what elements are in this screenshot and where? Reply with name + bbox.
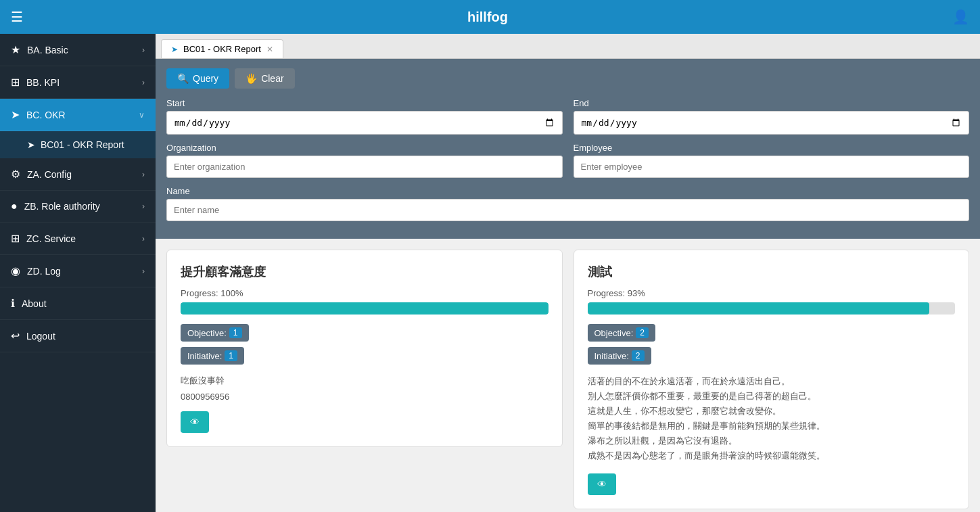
- end-label: End: [574, 98, 970, 108]
- star-icon: ★: [11, 43, 20, 56]
- sidebar-item-ba-basic[interactable]: ★ BA. Basic ›: [0, 34, 156, 66]
- hamburger-icon[interactable]: ☰: [11, 9, 23, 25]
- cards-area: 提升顧客滿意度 Progress: 100% Objective: 1 Init…: [156, 239, 980, 512]
- app-title: hillfog: [467, 9, 508, 25]
- name-label: Name: [166, 186, 969, 196]
- chevron-right-icon: ›: [142, 45, 145, 55]
- sidebar-item-bb-kpi[interactable]: ⊞ BB. KPI ›: [0, 66, 156, 99]
- card-2-progress-fill: [588, 302, 929, 315]
- tab-bc01-okr-report[interactable]: ➤ BC01 - OKR Report ✕: [161, 39, 283, 58]
- card-1-objective-label: Objective:: [187, 328, 227, 338]
- start-field: Start: [166, 98, 563, 135]
- name-row: Name: [166, 186, 969, 221]
- sidebar-label-za-config: ZA. Config: [27, 169, 72, 180]
- card-1-view-button[interactable]: 👁: [181, 411, 209, 433]
- clear-icon: 🖐: [246, 73, 257, 84]
- sidebar-sub-item-bc01[interactable]: ➤ BC01 - OKR Report: [0, 131, 156, 158]
- date-row: Start End: [166, 98, 969, 135]
- sidebar-label-zc-service: ZC. Service: [26, 233, 76, 244]
- log-icon: ◉: [11, 264, 20, 277]
- card-2-progress-bar: [588, 302, 956, 315]
- name-field: Name: [166, 186, 969, 221]
- chevron-right-icon: ›: [142, 170, 145, 179]
- organization-label: Organization: [166, 143, 563, 153]
- sidebar-label-bb-kpi: BB. KPI: [26, 77, 60, 88]
- card-1-progress-bar: [181, 302, 549, 315]
- query-buttons: 🔍 Query 🖐 Clear: [166, 68, 969, 89]
- card-2-badges: Objective: 2 Initiative: 2: [588, 324, 956, 365]
- card-2-initiative-badge: Initiative: 2: [588, 347, 651, 365]
- tab-close-button[interactable]: ✕: [266, 45, 273, 54]
- card-2-view-button[interactable]: 👁: [588, 473, 616, 495]
- sidebar-label-ba-basic: BA. Basic: [27, 45, 68, 55]
- sidebar-label-about: About: [22, 298, 47, 309]
- employee-field: Employee: [574, 143, 970, 178]
- employee-input[interactable]: [574, 156, 970, 178]
- card-1-objective-count: 1: [229, 327, 242, 338]
- sub-arrow-icon: ➤: [27, 139, 35, 150]
- start-label: Start: [166, 98, 563, 108]
- sidebar-item-za-config[interactable]: ⚙ ZA. Config ›: [0, 158, 156, 191]
- sidebar-label-logout: Logout: [26, 331, 55, 342]
- card-1-title: 提升顧客滿意度: [181, 264, 549, 280]
- card-1-initiative-badge: Initiative: 1: [181, 347, 244, 365]
- card-1-initiative-count: 1: [225, 350, 237, 361]
- query-button[interactable]: 🔍 Query: [166, 68, 229, 89]
- card-2-objective-badge: Objective: 2: [588, 324, 656, 342]
- organization-field: Organization: [166, 143, 563, 178]
- organization-input[interactable]: [166, 156, 563, 178]
- card-1-progress-label: Progress: 100%: [181, 288, 549, 298]
- sidebar-item-zc-service[interactable]: ⊞ ZC. Service ›: [0, 223, 156, 255]
- sidebar-item-logout[interactable]: ↩ Logout: [0, 320, 156, 352]
- chevron-down-icon: ∨: [139, 110, 145, 120]
- topbar: ☰ hillfog 👤: [0, 0, 980, 34]
- query-search-icon: 🔍: [177, 73, 189, 84]
- info-icon: ℹ: [11, 297, 15, 310]
- sidebar-label-zb-role: ZB. Role authority: [24, 201, 100, 212]
- arrow-icon: ➤: [11, 108, 20, 121]
- content-area: ➤ BC01 - OKR Report ✕ 🔍 Query 🖐 Clear St…: [156, 34, 980, 512]
- name-input[interactable]: [166, 199, 969, 221]
- card-2-objective-label: Objective:: [594, 328, 634, 338]
- sidebar-item-zd-log[interactable]: ◉ ZD. Log ›: [0, 255, 156, 287]
- clear-button[interactable]: 🖐 Clear: [235, 68, 294, 89]
- card-1-initiative-label: Initiative:: [187, 351, 222, 361]
- card-2-initiative-count: 2: [632, 350, 645, 361]
- sidebar-label-zd-log: ZD. Log: [27, 266, 61, 277]
- employee-label: Employee: [574, 143, 970, 153]
- card-1-objective-badge: Objective: 1: [181, 324, 249, 342]
- card-1: 提升顧客滿意度 Progress: 100% Objective: 1 Init…: [166, 250, 563, 447]
- clear-button-label: Clear: [261, 73, 283, 84]
- card-1-contact-name: 吃飯沒事幹: [181, 374, 549, 388]
- chevron-right-icon: ›: [142, 234, 145, 243]
- card-2-objective-count: 2: [636, 327, 649, 338]
- service-icon: ⊞: [11, 232, 20, 245]
- sidebar-item-zb-role[interactable]: ● ZB. Role authority ›: [0, 191, 156, 223]
- card-2-title: 測試: [588, 264, 956, 280]
- sidebar: ★ BA. Basic › ⊞ BB. KPI › ➤ BC. OKR ∨ ➤ …: [0, 34, 156, 512]
- end-date-input[interactable]: [574, 111, 970, 135]
- card-1-contact-phone: 0800956956: [181, 392, 549, 402]
- logout-icon: ↩: [11, 329, 20, 342]
- sidebar-item-about[interactable]: ℹ About: [0, 287, 156, 320]
- grid-icon: ⊞: [11, 76, 20, 89]
- chevron-right-icon: ›: [142, 78, 145, 87]
- main-layout: ★ BA. Basic › ⊞ BB. KPI › ➤ BC. OKR ∨ ➤ …: [0, 34, 980, 512]
- start-date-input[interactable]: [166, 111, 563, 135]
- card-2-progress-label: Progress: 93%: [588, 288, 956, 298]
- chevron-right-icon: ›: [142, 202, 145, 211]
- sidebar-item-bc-okr[interactable]: ➤ BC. OKR ∨: [0, 99, 156, 131]
- card-1-progress-fill: [181, 302, 549, 315]
- tab-label: BC01 - OKR Report: [183, 44, 261, 54]
- tab-arrow-icon: ➤: [171, 45, 178, 54]
- org-employee-row: Organization Employee: [166, 143, 969, 178]
- card-1-badges: Objective: 1 Initiative: 1: [181, 324, 549, 365]
- query-area: 🔍 Query 🖐 Clear Start End: [156, 59, 980, 239]
- chevron-right-icon: ›: [142, 266, 145, 276]
- card-2: 測試 Progress: 93% Objective: 2 Initiative…: [574, 250, 970, 509]
- card-2-description: 活著的目的不在於永遠活著，而在於永遠活出自己。別人怎麼評價你都不重要，最重要的是…: [588, 374, 956, 464]
- end-field: End: [574, 98, 970, 135]
- sidebar-label-bc-okr: BC. OKR: [26, 110, 66, 120]
- user-icon[interactable]: 👤: [952, 9, 969, 25]
- sidebar-sub-label-bc01: BC01 - OKR Report: [41, 139, 124, 150]
